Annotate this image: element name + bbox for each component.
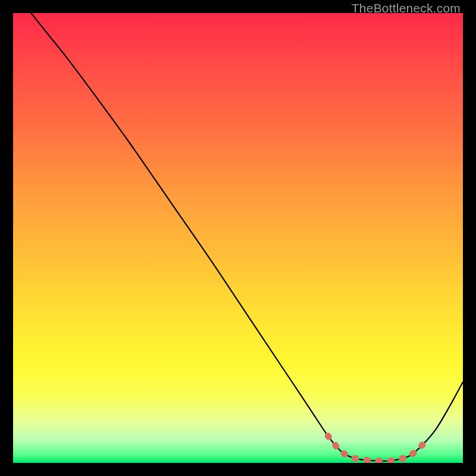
curve-layer <box>13 13 463 463</box>
chart-container: TheBottleneck.com <box>0 0 476 476</box>
bottleneck-curve <box>31 13 463 461</box>
plot-area <box>13 13 463 463</box>
attribution-label: TheBottleneck.com <box>352 1 461 15</box>
optimal-range-highlight <box>328 436 422 461</box>
